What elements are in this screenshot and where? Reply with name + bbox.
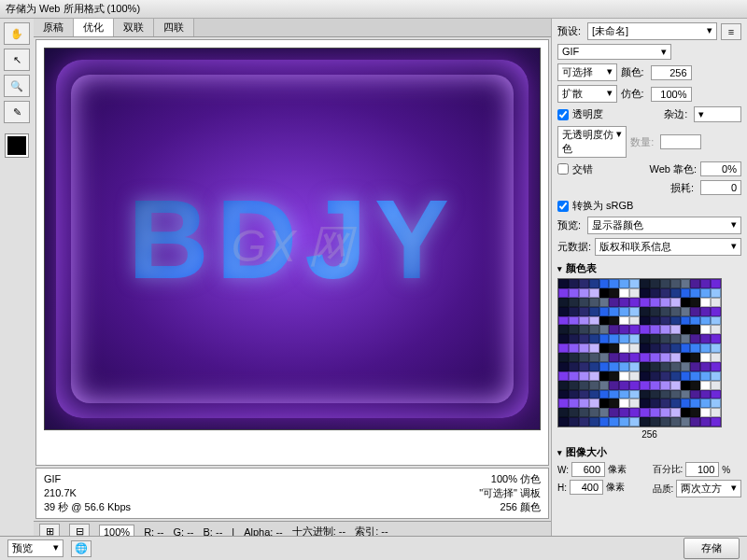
transparency-check[interactable] [557, 109, 569, 120]
dither-input[interactable] [651, 87, 692, 102]
save-button[interactable]: 存储 [684, 538, 740, 559]
percent-input[interactable] [685, 462, 719, 477]
matte-label: 杂边: [664, 107, 690, 121]
move-tool[interactable]: ↖ [4, 49, 30, 71]
color-table-count: 256 [557, 429, 741, 440]
lossy-label: 损耗: [670, 181, 697, 195]
info-palette: "可选择" 调板 [479, 486, 541, 500]
colors-label: 颜色: [621, 65, 647, 79]
dither-label: 仿色: [621, 87, 647, 101]
preview-canvas: BDJY GX 网 [44, 48, 541, 430]
color-table-grid[interactable] [557, 278, 722, 427]
eyedropper-tool[interactable]: ✎ [4, 101, 30, 123]
trans-dither-select[interactable]: 无透明度仿色 [557, 126, 627, 158]
metadata-label: 元数据: [557, 240, 591, 254]
px-label-1: 像素 [608, 463, 627, 476]
view-tabs: 原稿 优化 双联 四联 [34, 19, 551, 37]
tab-2up[interactable]: 双联 [114, 19, 154, 36]
preview-button[interactable]: 预览 [7, 539, 63, 557]
matte-select[interactable] [694, 106, 741, 122]
color-swatch[interactable] [6, 134, 28, 157]
quality-select[interactable]: 两次立方 [676, 480, 741, 497]
tab-4up[interactable]: 四联 [154, 19, 194, 36]
image-size-header[interactable]: 图像大小 [557, 445, 741, 459]
h-label: H: [557, 483, 567, 493]
preset-select[interactable]: [未命名] [587, 22, 717, 40]
info-format: GIF [44, 472, 131, 486]
interlace-check[interactable] [557, 163, 569, 175]
percent-label: 百分比: [653, 463, 684, 476]
image-info: GIF 210.7K 39 秒 @ 56.6 Kbps 100% 仿色 "可选择… [35, 468, 549, 519]
info-dither: 100% 仿色 [479, 472, 541, 486]
color-table-header[interactable]: 颜色表 [557, 261, 741, 275]
w-label: W: [557, 465, 569, 475]
lossy-input[interactable] [700, 180, 741, 195]
height-input[interactable] [570, 480, 603, 495]
colors-input[interactable] [651, 65, 692, 80]
preview-mode-select[interactable]: 显示器颜色 [587, 217, 741, 234]
websnap-label: Web 靠色: [649, 162, 697, 176]
settings-panel: 预设: [未命名] ≡ GIF 可选择 颜色: 扩散 仿色: 透明度 杂边: 无… [551, 19, 747, 541]
info-colors: 256 颜色 [479, 500, 541, 514]
width-input[interactable] [571, 462, 605, 477]
tab-optimized[interactable]: 优化 [74, 19, 114, 36]
window-title: 存储为 Web 所用格式 (100%) [6, 2, 140, 16]
metadata-select[interactable]: 版权和联系信息 [595, 238, 741, 256]
toolbar: ✋ ↖ 🔍 ✎ [0, 19, 34, 541]
dither-select[interactable]: 扩散 [557, 85, 617, 103]
websnap-input[interactable] [700, 161, 741, 176]
preview-mode-label: 预览: [557, 218, 584, 232]
preset-menu-icon[interactable]: ≡ [721, 23, 741, 40]
browser-icon[interactable]: 🌐 [71, 540, 92, 557]
reduction-select[interactable]: 可选择 [557, 63, 617, 81]
zoom-tool[interactable]: 🔍 [4, 75, 30, 97]
hand-tool[interactable]: ✋ [4, 22, 30, 45]
footer: 预览 🌐 存储 [0, 536, 747, 560]
format-select[interactable]: GIF [557, 44, 671, 60]
srgb-label: 转换为 sRGB [572, 199, 633, 213]
watermark: GX 网 [232, 217, 354, 276]
srgb-check[interactable] [557, 201, 569, 212]
quality-label: 品质: [653, 483, 674, 496]
preset-label: 预设: [557, 24, 584, 38]
interlace-label: 交错 [572, 162, 599, 176]
info-size: 210.7K [44, 486, 131, 500]
amount-input [660, 134, 701, 149]
transparency-label: 透明度 [572, 107, 603, 121]
info-speed: 39 秒 @ 56.6 Kbps [44, 500, 131, 514]
amount-label: 数量: [630, 135, 656, 149]
px-label-2: 像素 [606, 481, 625, 494]
tab-original[interactable]: 原稿 [34, 19, 74, 36]
